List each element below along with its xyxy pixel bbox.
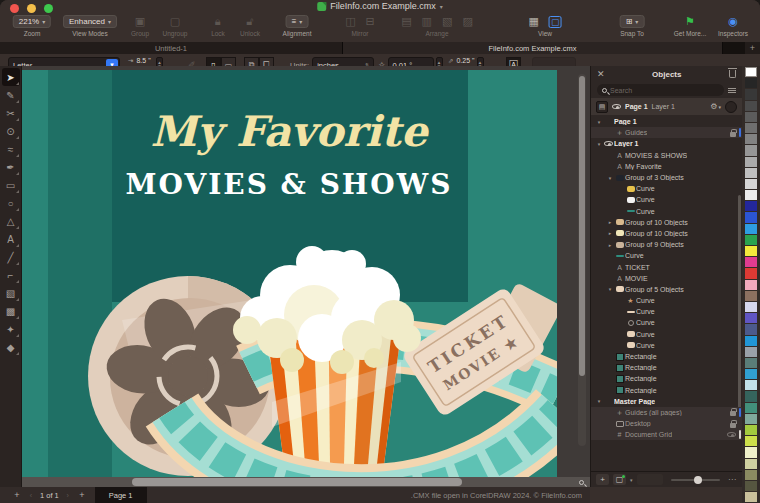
dimension-tool[interactable]: ╱ xyxy=(2,248,20,266)
new-tab-button[interactable]: + xyxy=(745,42,760,54)
palette-swatch[interactable] xyxy=(745,280,757,290)
tree-row[interactable]: Curve xyxy=(591,317,742,328)
palette-swatch[interactable] xyxy=(745,470,757,480)
new-master-layer-button[interactable]: ▢ xyxy=(613,474,626,485)
zoom-level-dropdown[interactable]: 221%▾ xyxy=(13,15,51,28)
ellipse-tool[interactable]: ○ xyxy=(2,194,20,212)
layer-color-icon[interactable] xyxy=(725,101,737,113)
tree-row[interactable]: Curve xyxy=(591,340,742,351)
duplicate-x-field[interactable]: 0.25 " xyxy=(456,57,474,64)
objects-search-input[interactable]: Search xyxy=(597,84,724,96)
palette-swatch[interactable] xyxy=(745,291,757,301)
lock-icon[interactable] xyxy=(730,411,736,416)
tree-row[interactable]: Curve xyxy=(591,206,742,217)
palette-swatch[interactable] xyxy=(745,313,757,323)
next-page-button[interactable]: › xyxy=(61,492,75,499)
expand-arrow-icon[interactable]: ▸ xyxy=(606,219,614,225)
expand-arrow-icon[interactable]: ▾ xyxy=(606,175,614,181)
tree-row[interactable]: Rectangle xyxy=(591,373,742,384)
palette-swatch[interactable] xyxy=(745,403,757,413)
zoom-tool[interactable]: ⊙ xyxy=(2,122,20,140)
palette-swatch[interactable] xyxy=(745,459,757,469)
layer-visibility-icon[interactable] xyxy=(612,104,621,109)
transparency-tool[interactable]: ▩ xyxy=(2,302,20,320)
eye-icon[interactable] xyxy=(604,141,613,146)
new-layer-button[interactable]: + xyxy=(596,474,609,485)
freehand-tool[interactable]: ≈ xyxy=(2,140,20,158)
alignment-dropdown[interactable]: ≡▾ xyxy=(286,15,309,28)
mirror-horizontal-icon[interactable]: ◫ xyxy=(345,15,355,28)
eye-off-icon[interactable] xyxy=(727,432,736,437)
object-filter-icon[interactable] xyxy=(728,88,736,93)
to-front-icon[interactable]: ▤ xyxy=(401,15,411,28)
tree-row[interactable]: ▾Master Page xyxy=(591,396,742,407)
minimize-window-button[interactable] xyxy=(27,4,36,13)
canvas-horizontal-scrollbar[interactable] xyxy=(22,477,590,487)
palette-swatch[interactable] xyxy=(745,414,757,424)
tree-row[interactable]: Desktop xyxy=(591,418,742,429)
group-icon[interactable]: ▣ xyxy=(135,15,145,28)
close-panel-icon[interactable]: ✕ xyxy=(597,69,605,79)
palette-swatch[interactable] xyxy=(745,380,757,390)
palette-swatch[interactable] xyxy=(745,157,757,167)
tree-row[interactable]: AMy Favorite xyxy=(591,161,742,172)
expand-arrow-icon[interactable]: ▾ xyxy=(595,398,603,404)
page-thumb-icon[interactable]: ▤ xyxy=(596,101,608,113)
palette-swatch[interactable] xyxy=(745,246,757,256)
palette-swatch[interactable] xyxy=(745,425,757,435)
palette-swatch[interactable] xyxy=(745,212,757,222)
tree-row[interactable]: Rectangle xyxy=(591,362,742,373)
fill-tool[interactable]: ◆ xyxy=(2,338,20,356)
palette-swatch[interactable] xyxy=(745,224,757,234)
palette-swatch[interactable] xyxy=(745,145,757,155)
expand-arrow-icon[interactable]: ▸ xyxy=(606,230,614,236)
tree-row[interactable]: AMOVIE xyxy=(591,273,742,284)
inspectors-icon[interactable]: ◉ xyxy=(728,15,738,28)
polygon-tool[interactable]: △ xyxy=(2,212,20,230)
tab-untitled-1[interactable]: Untitled-1 xyxy=(0,42,343,54)
palette-swatch[interactable] xyxy=(745,78,757,88)
expand-arrow-icon[interactable]: ▸ xyxy=(606,242,614,248)
palette-swatch[interactable] xyxy=(745,347,757,357)
lock-icon[interactable]: 🔒︎ xyxy=(215,15,221,28)
view-mode-dropdown[interactable]: Enhanced▾ xyxy=(63,15,117,28)
forward-one-icon[interactable]: ▧ xyxy=(442,15,452,28)
tree-row[interactable]: ▾Group of 5 Objects xyxy=(591,284,742,295)
connector-tool[interactable]: ⌐ xyxy=(2,266,20,284)
tree-row[interactable]: Curve xyxy=(591,250,742,261)
expand-arrow-icon[interactable]: ▾ xyxy=(595,119,603,125)
grid-view-icon[interactable]: ▦ xyxy=(529,15,539,28)
tree-row[interactable]: ▾Page 1 xyxy=(591,116,742,127)
add-page-button[interactable]: + xyxy=(10,490,24,500)
tab-fileinfo-example[interactable]: FileInfo.com Example.cmx xyxy=(343,42,723,54)
palette-swatch[interactable] xyxy=(745,257,757,267)
ungroup-icon[interactable]: ▢ xyxy=(170,15,180,28)
active-layer-row[interactable]: ▤ Page 1 Layer 1 ⚙▾ xyxy=(591,98,742,115)
snap-to-dropdown[interactable]: ⊞▾ xyxy=(620,15,645,28)
palette-swatch[interactable] xyxy=(745,235,757,245)
layer-add-caret-icon[interactable]: ▾ xyxy=(630,477,633,483)
rectangle-tool[interactable]: ▭ xyxy=(2,176,20,194)
palette-swatch[interactable] xyxy=(745,358,757,368)
tree-row[interactable]: ★Curve xyxy=(591,295,742,306)
opacity-slider[interactable] xyxy=(671,479,720,481)
tree-row[interactable]: ＋Guides xyxy=(591,127,742,138)
palette-swatch[interactable] xyxy=(745,492,757,502)
get-more-icon[interactable]: ⚑ xyxy=(685,15,695,28)
tree-row[interactable]: Rectangle xyxy=(591,351,742,362)
shadow-tool[interactable]: ▧ xyxy=(2,284,20,302)
to-back-icon[interactable]: ▥ xyxy=(422,15,432,28)
tree-row[interactable]: ATICKET xyxy=(591,261,742,272)
palette-swatch[interactable] xyxy=(745,123,757,133)
page-width-field[interactable]: 8.5 " xyxy=(136,57,150,64)
delete-object-icon[interactable] xyxy=(729,70,736,78)
palette-swatch[interactable] xyxy=(745,481,757,491)
expand-arrow-icon[interactable]: ▾ xyxy=(595,141,603,147)
tree-row[interactable]: Curve xyxy=(591,183,742,194)
back-one-icon[interactable]: ▨ xyxy=(462,15,472,28)
tree-row[interactable]: ▸Group of 10 Objects xyxy=(591,228,742,239)
tree-row[interactable]: ▸Group of 10 Objects xyxy=(591,217,742,228)
crop-tool[interactable]: ✂ xyxy=(2,104,20,122)
add-page-button-2[interactable]: + xyxy=(75,490,89,500)
pick-tool[interactable]: ➤ xyxy=(2,68,20,86)
